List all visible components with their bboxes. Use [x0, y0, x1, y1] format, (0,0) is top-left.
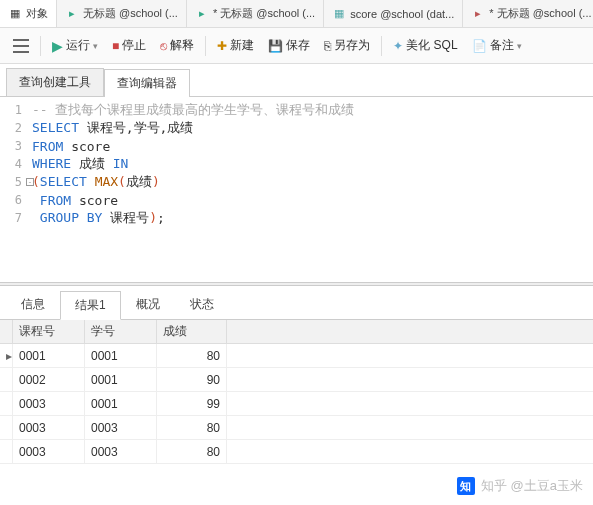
cell[interactable]: 90 [157, 368, 227, 391]
cell[interactable]: 0001 [13, 344, 85, 367]
code-text: 课程号,学号,成绩 [79, 120, 193, 135]
code-comment: -- 查找每个课程里成绩最高的学生学号、课程号和成绩 [32, 102, 354, 117]
kw: FROM [40, 193, 71, 208]
cell[interactable]: 0002 [13, 368, 85, 391]
new-icon: ✚ [217, 39, 227, 53]
hamburger-icon [13, 39, 29, 53]
separator [205, 36, 206, 56]
tab-label: score @school (dat... [350, 8, 454, 20]
cell[interactable]: 0001 [85, 368, 157, 391]
kw: SELECT [40, 174, 87, 189]
button-label: 保存 [286, 37, 310, 54]
paren: ) [152, 174, 160, 189]
tab-label: 对象 [26, 6, 48, 21]
cell[interactable]: 0003 [85, 440, 157, 463]
note-button[interactable]: 📄 备注 ▾ [467, 35, 527, 56]
tab-status[interactable]: 状态 [175, 290, 229, 319]
tab-query-2[interactable]: ▸ * 无标题 @school (... [187, 0, 324, 27]
col-student[interactable]: 学号 [85, 320, 157, 343]
separator [381, 36, 382, 56]
paren: ) [149, 210, 157, 225]
table-row[interactable]: 0003000380 [0, 440, 593, 464]
row-marker [0, 440, 13, 463]
cell[interactable]: 80 [157, 344, 227, 367]
table-row[interactable]: 0003000199 [0, 392, 593, 416]
tab-result1[interactable]: 结果1 [60, 291, 121, 320]
tab-query-1[interactable]: ▸ 无标题 @school (... [57, 0, 187, 27]
grid-header: 课程号 学号 成绩 [0, 320, 593, 344]
note-icon: 📄 [472, 39, 487, 53]
col-score[interactable]: 成绩 [157, 320, 227, 343]
editor-tabs: 查询创建工具 查询编辑器 [0, 64, 593, 96]
cell[interactable]: 0003 [85, 416, 157, 439]
kw: GROUP BY [40, 210, 103, 225]
table-row[interactable]: 0003000380 [0, 416, 593, 440]
tab-info[interactable]: 信息 [6, 290, 60, 319]
button-label: 新建 [230, 37, 254, 54]
result-grid[interactable]: 课程号 学号 成绩 ▸00010001800002000190000300019… [0, 319, 593, 464]
row-marker-head [0, 320, 13, 343]
query-icon: ▸ [195, 7, 209, 21]
tab-objects[interactable]: ▦ 对象 [0, 0, 57, 27]
stop-button[interactable]: ■ 停止 [107, 35, 151, 56]
button-label: 运行 [66, 37, 90, 54]
table-row[interactable]: 0002000190 [0, 368, 593, 392]
new-button[interactable]: ✚ 新建 [212, 35, 259, 56]
menu-button[interactable] [8, 37, 34, 55]
tab-query-3[interactable]: ▸ * 无标题 @school (... [463, 0, 593, 27]
button-label: 美化 SQL [406, 37, 457, 54]
cell[interactable]: 0003 [13, 440, 85, 463]
code-text: score [71, 193, 118, 208]
wand-icon: ✦ [393, 39, 403, 53]
cell[interactable]: 80 [157, 416, 227, 439]
toolbar: ▶ 运行 ▾ ■ 停止 ⎋ 解释 ✚ 新建 💾 保存 ⎘ 另存为 ✦ 美化 SQ… [0, 28, 593, 64]
tab-builder[interactable]: 查询创建工具 [6, 68, 104, 96]
cell[interactable]: 0001 [85, 344, 157, 367]
table-row[interactable]: ▸0001000180 [0, 344, 593, 368]
row-marker [0, 368, 13, 391]
beautify-button[interactable]: ✦ 美化 SQL [388, 35, 462, 56]
row-marker [0, 416, 13, 439]
save-button[interactable]: 💾 保存 [263, 35, 315, 56]
result-tabs: 信息 结果1 概况 状态 [0, 286, 593, 319]
code-text: 成绩 [126, 174, 152, 189]
cell[interactable]: 0003 [13, 416, 85, 439]
sql-editor[interactable]: 1-- 查找每个课程里成绩最高的学生学号、课程号和成绩 2SELECT 课程号,… [0, 96, 593, 282]
watermark: 知 知乎 @土豆a玉米 [457, 477, 583, 495]
button-label: 备注 [490, 37, 514, 54]
fold-icon[interactable]: - [26, 178, 34, 186]
saveas-button[interactable]: ⎘ 另存为 [319, 35, 375, 56]
explain-button[interactable]: ⎋ 解释 [155, 35, 199, 56]
code-text: score [63, 139, 110, 154]
tab-label: * 无标题 @school (... [489, 6, 591, 21]
paren: ( [118, 174, 126, 189]
cell[interactable]: 0003 [13, 392, 85, 415]
run-button[interactable]: ▶ 运行 ▾ [47, 35, 103, 56]
tab-profile[interactable]: 概况 [121, 290, 175, 319]
tab-table-score[interactable]: ▦ score @school (dat... [324, 0, 463, 27]
button-label: 解释 [170, 37, 194, 54]
tab-label: * 无标题 @school (... [213, 6, 315, 21]
explain-icon: ⎋ [160, 39, 167, 53]
zhihu-icon: 知 [457, 477, 475, 495]
row-marker: ▸ [0, 344, 13, 367]
play-icon: ▶ [52, 38, 63, 54]
saveas-icon: ⎘ [324, 39, 331, 53]
kw: WHERE [32, 156, 71, 171]
tab-editor[interactable]: 查询编辑器 [104, 69, 190, 97]
table-icon: ▦ [8, 7, 22, 21]
watermark-text: 知乎 @土豆a玉米 [481, 477, 583, 495]
code-text: ; [157, 210, 165, 225]
separator [40, 36, 41, 56]
col-course[interactable]: 课程号 [13, 320, 85, 343]
cell[interactable]: 0001 [85, 392, 157, 415]
kw: FROM [32, 139, 63, 154]
button-label: 停止 [122, 37, 146, 54]
stop-icon: ■ [112, 39, 119, 53]
dropdown-icon: ▾ [93, 41, 98, 51]
kw: IN [113, 156, 129, 171]
row-marker [0, 392, 13, 415]
cell[interactable]: 99 [157, 392, 227, 415]
cell[interactable]: 80 [157, 440, 227, 463]
query-icon: ▸ [471, 7, 485, 21]
